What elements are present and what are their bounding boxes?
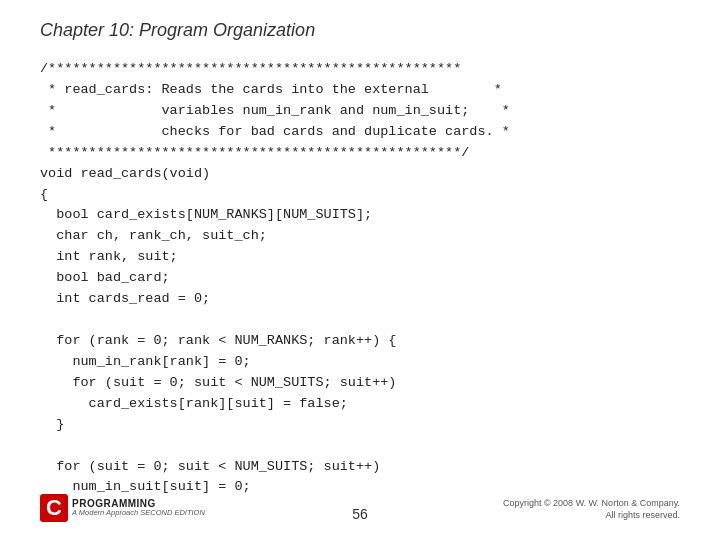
page-number: 56: [352, 506, 368, 522]
code-line-13: [40, 312, 48, 327]
copyright: Copyright © 2008 W. W. Norton & Company.…: [503, 497, 680, 522]
code-line-6: void read_cards(void): [40, 166, 210, 181]
code-line-7: {: [40, 187, 48, 202]
code-line-2: * read_cards: Reads the cards into the e…: [40, 82, 502, 97]
code-line-21: num_in_suit[suit] = 0;: [40, 479, 251, 494]
code-line-20: for (suit = 0; suit < NUM_SUITS; suit++): [40, 459, 380, 474]
slide: Chapter 10: Program Organization /******…: [0, 0, 720, 540]
code-line-3: * variables num_in_rank and num_in_suit;…: [40, 103, 510, 118]
code-line-12: int cards_read = 0;: [40, 291, 210, 306]
code-line-14: for (rank = 0; rank < NUM_RANKS; rank++)…: [40, 333, 396, 348]
code-line-11: bool bad_card;: [40, 270, 170, 285]
code-line-1: /***************************************…: [40, 61, 461, 76]
code-line-10: int rank, suit;: [40, 249, 178, 264]
code-line-15: num_in_rank[rank] = 0;: [40, 354, 251, 369]
code-line-8: bool card_exists[NUM_RANKS][NUM_SUITS];: [40, 207, 372, 222]
code-line-16: for (suit = 0; suit < NUM_SUITS; suit++): [40, 375, 396, 390]
code-line-9: char ch, rank_ch, suit_ch;: [40, 228, 267, 243]
logo-subtitle: A Modern Approach SECOND EDITION: [72, 509, 205, 517]
code-block: /***************************************…: [40, 59, 680, 498]
code-line-17: card_exists[rank][suit] = false;: [40, 396, 348, 411]
logo: C PROGRAMMING A Modern Approach SECOND E…: [40, 494, 205, 522]
code-line-5: ****************************************…: [40, 145, 469, 160]
footer: C PROGRAMMING A Modern Approach SECOND E…: [0, 506, 720, 522]
copyright-line2: All rights reserved.: [605, 510, 680, 520]
code-line-18: }: [40, 417, 64, 432]
logo-text-block: PROGRAMMING A Modern Approach SECOND EDI…: [72, 498, 205, 517]
code-line-4: * checks for bad cards and duplicate car…: [40, 124, 510, 139]
code-line-19: [40, 438, 48, 453]
slide-title: Chapter 10: Program Organization: [40, 20, 680, 41]
copyright-line1: Copyright © 2008 W. W. Norton & Company.: [503, 498, 680, 508]
logo-c-letter: C: [40, 494, 68, 522]
